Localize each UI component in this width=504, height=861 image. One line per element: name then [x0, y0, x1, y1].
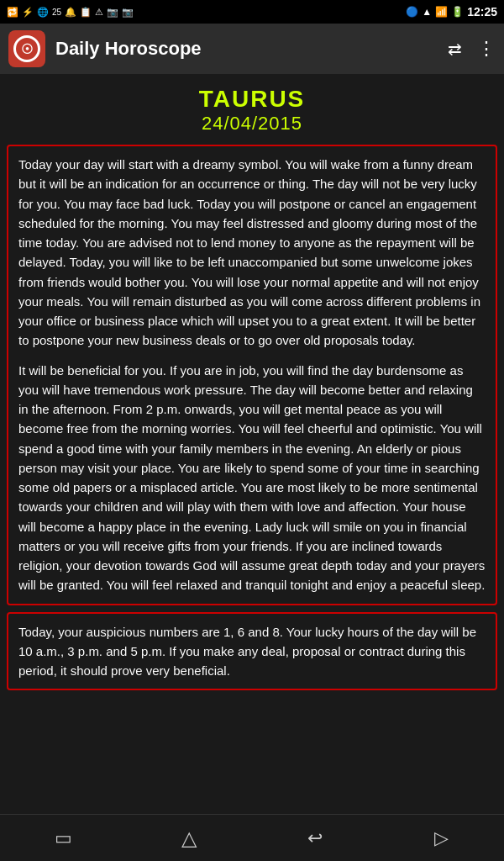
status-icon-5: 📋: [80, 7, 92, 18]
nav-home-icon[interactable]: △: [168, 821, 210, 855]
logo-symbol: ☉: [21, 41, 33, 57]
status-icon-2: ⚡: [22, 7, 34, 18]
bluetooth-icon: 🔵: [406, 6, 418, 18]
overflow-menu-icon[interactable]: ⋮: [477, 38, 496, 60]
horoscope-paragraph-2: It will be beneficial for you. If you ar…: [18, 361, 486, 595]
status-icon-7: 📷: [107, 7, 118, 18]
status-icon-4: 🔔: [65, 7, 76, 18]
notification-icon: 25: [52, 8, 61, 17]
nav-menu-icon[interactable]: ▷: [420, 821, 462, 855]
lucky-text: Today, your auspicious numbers are 1, 6 …: [18, 622, 486, 681]
battery-icon: 🔋: [451, 6, 464, 18]
nav-bar: ▭ △ ↩ ▷: [0, 814, 504, 861]
status-bar-right: 🔵 ▲ 📶 🔋 12:25: [406, 5, 497, 18]
status-icon-6: ⚠: [95, 7, 103, 18]
status-bar: 🔁 ⚡ 🌐 25 🔔 📋 ⚠ 📷 📷 🔵 ▲ 📶 🔋 12:25: [0, 0, 504, 24]
equalizer-icon[interactable]: ⇄: [448, 39, 462, 59]
app-title: Daily Horoscope: [55, 38, 448, 60]
app-bar-icons: ⇄ ⋮: [448, 38, 496, 60]
app-logo-inner: ☉: [13, 35, 40, 62]
main-content: TAURUS 24/04/2015 Today your day will st…: [0, 74, 504, 814]
app-bar: ☉ Daily Horoscope ⇄ ⋮: [0, 24, 504, 74]
horoscope-card: Today your day will start with a dreamy …: [7, 145, 497, 605]
signal-icon: 📶: [435, 6, 448, 18]
status-icon-3: 🌐: [37, 7, 49, 18]
wifi-icon: ▲: [422, 6, 432, 18]
nav-back-icon[interactable]: ↩: [294, 821, 336, 855]
app-logo: ☉: [8, 30, 45, 67]
sign-date: 24/04/2015: [7, 113, 497, 135]
nav-recents-icon[interactable]: ▭: [42, 821, 84, 855]
lucky-card: Today, your auspicious numbers are 1, 6 …: [7, 612, 497, 691]
time-display: 12:25: [467, 5, 497, 18]
horoscope-paragraph-1: Today your day will start with a dreamy …: [18, 155, 486, 351]
sign-header: TAURUS 24/04/2015: [7, 82, 497, 138]
status-icon-1: 🔁: [7, 7, 18, 18]
sign-name: TAURUS: [7, 86, 497, 113]
status-icon-8: 📷: [122, 7, 134, 18]
status-bar-left: 🔁 ⚡ 🌐 25 🔔 📋 ⚠ 📷 📷: [7, 7, 134, 18]
